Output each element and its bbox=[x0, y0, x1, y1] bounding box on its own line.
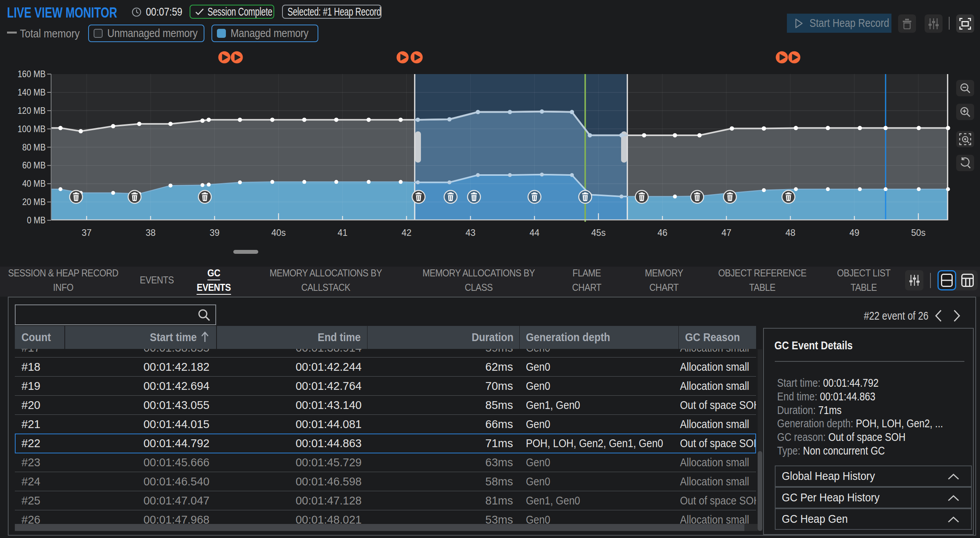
svg-text:48: 48 bbox=[785, 228, 795, 238]
svg-text:44: 44 bbox=[529, 228, 540, 238]
svg-text:40 MB: 40 MB bbox=[22, 179, 46, 189]
svg-text:39: 39 bbox=[209, 228, 220, 238]
svg-text:38: 38 bbox=[146, 228, 156, 238]
svg-text:40s: 40s bbox=[271, 228, 286, 238]
svg-text:60 MB: 60 MB bbox=[22, 160, 46, 170]
svg-text:140 MB: 140 MB bbox=[18, 87, 46, 97]
svg-text:160 MB: 160 MB bbox=[18, 69, 46, 79]
svg-text:43: 43 bbox=[465, 228, 476, 238]
svg-text:120 MB: 120 MB bbox=[18, 106, 46, 116]
svg-text:45s: 45s bbox=[591, 228, 605, 238]
svg-text:37: 37 bbox=[82, 228, 92, 238]
svg-text:49: 49 bbox=[849, 228, 859, 238]
svg-text:47: 47 bbox=[721, 228, 731, 238]
svg-text:80 MB: 80 MB bbox=[22, 142, 46, 152]
svg-text:41: 41 bbox=[337, 228, 348, 238]
svg-text:50s: 50s bbox=[911, 228, 925, 238]
svg-text:42: 42 bbox=[401, 228, 412, 238]
svg-text:0 MB: 0 MB bbox=[27, 215, 46, 225]
svg-text:46: 46 bbox=[657, 228, 668, 238]
svg-text:100 MB: 100 MB bbox=[18, 124, 46, 134]
svg-text:20 MB: 20 MB bbox=[22, 197, 46, 207]
